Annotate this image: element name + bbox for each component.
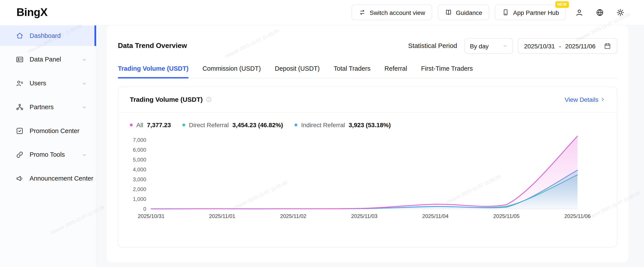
svg-text:2025/11/01: 2025/11/01 bbox=[209, 213, 235, 219]
legend-item-direct-referral: Direct Referral 3,454.23 (46.82%) bbox=[182, 121, 283, 128]
tab-commission[interactable]: Commission (USDT) bbox=[202, 65, 261, 78]
svg-text:2025/10/31: 2025/10/31 bbox=[138, 213, 164, 219]
tab-referral[interactable]: Referral bbox=[384, 65, 407, 78]
svg-text:2025/11/05: 2025/11/05 bbox=[493, 213, 520, 219]
link-icon bbox=[16, 151, 24, 159]
date-range-picker[interactable]: 2025/10/31 - 2025/11/06 bbox=[518, 38, 617, 54]
app-partner-hub-button[interactable]: App Partner Hub NEW bbox=[495, 4, 566, 20]
calendar-icon bbox=[604, 42, 611, 50]
date-separator: - bbox=[559, 42, 561, 49]
sidebar: Dashboard Data Panel Users bbox=[0, 25, 96, 267]
chevron-down-icon bbox=[82, 57, 87, 62]
panel-header: Data Trend Overview Statistical Period B… bbox=[118, 38, 617, 54]
legend-label: All bbox=[136, 121, 143, 128]
tab-deposit[interactable]: Deposit (USDT) bbox=[275, 65, 320, 78]
sidebar-item-label: Promo Tools bbox=[30, 151, 65, 158]
data-panel-icon bbox=[16, 55, 24, 64]
svg-text:6,000: 6,000 bbox=[133, 147, 146, 153]
page: cleaner 2025-11-07 11:05:09 cleaner 2025… bbox=[0, 0, 644, 267]
home-icon bbox=[16, 31, 24, 40]
tab-total-traders[interactable]: Total Traders bbox=[334, 65, 370, 78]
sidebar-item-dashboard[interactable]: Dashboard bbox=[0, 25, 96, 46]
legend-item-indirect-referral: Indirect Referral 3,923 (53.18%) bbox=[294, 121, 391, 128]
statistical-period-controls: Statistical Period By day 2025/10/31 - 2… bbox=[408, 38, 617, 54]
promotion-badge-icon bbox=[16, 127, 24, 135]
svg-text:5,000: 5,000 bbox=[133, 157, 146, 163]
period-select-value: By day bbox=[470, 42, 489, 49]
switch-account-view-button[interactable]: Switch account view bbox=[352, 4, 432, 20]
svg-text:1,000: 1,000 bbox=[133, 196, 146, 202]
sidebar-item-promo-tools[interactable]: Promo Tools bbox=[0, 144, 96, 165]
megaphone-icon bbox=[16, 174, 24, 183]
sidebar-item-label: Users bbox=[30, 80, 46, 87]
svg-text:0: 0 bbox=[143, 206, 146, 212]
svg-text:3,000: 3,000 bbox=[133, 176, 146, 182]
card-title-wrap: Trading Volume (USDT) bbox=[130, 96, 212, 103]
chevron-right-icon bbox=[600, 97, 605, 102]
legend-item-all: All 7,377.23 bbox=[130, 121, 171, 128]
active-indicator bbox=[94, 25, 96, 46]
sidebar-item-partners[interactable]: Partners bbox=[0, 97, 96, 118]
chart-legend: All 7,377.23 Direct Referral 3,454.23 (4… bbox=[118, 121, 617, 128]
svg-text:2,000: 2,000 bbox=[133, 186, 146, 192]
new-badge: NEW bbox=[555, 1, 569, 8]
svg-text:2025/11/06: 2025/11/06 bbox=[564, 213, 590, 219]
legend-label: Indirect Referral bbox=[301, 121, 345, 128]
legend-value: 3,454.23 (46.82%) bbox=[232, 121, 283, 128]
theme-sun-icon[interactable] bbox=[613, 5, 628, 20]
svg-text:7,000: 7,000 bbox=[133, 137, 146, 143]
tab-first-time-traders[interactable]: First-Time Traders bbox=[421, 65, 473, 78]
guidance-label: Guidance bbox=[456, 9, 482, 16]
account-icon[interactable] bbox=[572, 5, 586, 20]
legend-value: 7,377.23 bbox=[147, 121, 171, 128]
sidebar-item-users[interactable]: Users bbox=[0, 73, 96, 94]
info-icon[interactable] bbox=[206, 96, 212, 103]
card-title: Trading Volume (USDT) bbox=[130, 96, 203, 103]
tab-trading-volume[interactable]: Trading Volume (USDT) bbox=[118, 65, 188, 78]
period-select[interactable]: By day bbox=[464, 38, 513, 54]
sidebar-item-label: Announcement Center bbox=[30, 175, 93, 182]
partners-icon bbox=[16, 103, 24, 111]
sidebar-item-announcement-center[interactable]: Announcement Center bbox=[0, 168, 96, 189]
smartphone-icon bbox=[502, 8, 510, 16]
body: Dashboard Data Panel Users bbox=[0, 25, 644, 267]
dashboard-panel: Data Trend Overview Statistical Period B… bbox=[107, 25, 628, 262]
sidebar-item-label: Partners bbox=[30, 103, 54, 111]
users-icon bbox=[16, 79, 24, 87]
chevron-down-icon bbox=[82, 152, 87, 157]
date-start: 2025/10/31 bbox=[524, 42, 555, 49]
card-header: Trading Volume (USDT) View Details bbox=[118, 87, 617, 112]
brand-logo[interactable]: BingX bbox=[16, 6, 48, 18]
switch-arrows-icon bbox=[358, 8, 366, 16]
app-partner-hub-label: App Partner Hub bbox=[513, 9, 559, 16]
sidebar-item-data-panel[interactable]: Data Panel bbox=[0, 49, 96, 70]
sidebar-item-promotion-center[interactable]: Promotion Center bbox=[0, 121, 96, 141]
book-icon bbox=[445, 8, 452, 16]
page-title: Data Trend Overview bbox=[118, 42, 187, 50]
svg-text:4,000: 4,000 bbox=[133, 167, 146, 172]
chevron-down-icon bbox=[503, 43, 508, 49]
trading-volume-card: Trading Volume (USDT) View Details bbox=[118, 87, 617, 248]
topbar-actions: Switch account view Guidance App Partner… bbox=[352, 4, 628, 20]
chevron-down-icon bbox=[82, 104, 87, 110]
svg-text:2025/11/03: 2025/11/03 bbox=[351, 213, 378, 219]
view-details-label: View Details bbox=[565, 96, 598, 103]
switch-account-view-label: Switch account view bbox=[370, 9, 425, 16]
language-globe-icon[interactable] bbox=[592, 5, 607, 20]
chart-area: 01,0002,0003,0004,0005,0006,0007,0002025… bbox=[118, 135, 617, 223]
content-area: Data Trend Overview Statistical Period B… bbox=[96, 25, 644, 267]
legend-value: 3,923 (53.18%) bbox=[349, 121, 391, 128]
metric-tabs: Trading Volume (USDT) Commission (USDT) … bbox=[118, 65, 617, 78]
legend-dot-direct bbox=[182, 123, 185, 126]
topbar: BingX Switch account view Guidance App P… bbox=[0, 0, 644, 25]
guidance-button[interactable]: Guidance bbox=[438, 4, 489, 20]
legend-dot-all bbox=[130, 123, 133, 126]
statistical-period-label: Statistical Period bbox=[408, 42, 457, 50]
trend-chart[interactable]: 01,0002,0003,0004,0005,0006,0007,0002025… bbox=[119, 135, 616, 223]
svg-text:2025/11/02: 2025/11/02 bbox=[280, 213, 306, 219]
chevron-down-icon bbox=[82, 80, 87, 86]
view-details-link[interactable]: View Details bbox=[565, 96, 606, 103]
legend-dot-indirect bbox=[294, 123, 298, 126]
sidebar-item-label: Promotion Center bbox=[30, 127, 80, 135]
svg-text:2025/11/04: 2025/11/04 bbox=[422, 213, 448, 219]
